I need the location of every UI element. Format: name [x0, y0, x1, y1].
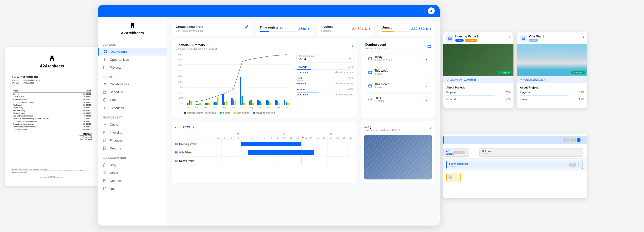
gantt-prev[interactable]: ‹ — [175, 125, 176, 130]
avatar-stack: +1 — [564, 138, 581, 142]
svg-point-12 — [105, 83, 106, 84]
sidebar-item-time[interactable]: Time — [98, 96, 167, 104]
svg-rect-22 — [368, 85, 372, 87]
version-bar[interactable]: ↻ Version 29/08/2023 — [517, 76, 587, 83]
gantt-next[interactable]: › — [179, 125, 180, 130]
svg-point-11 — [104, 83, 105, 84]
signed-badge: ✓ Signed — [572, 71, 585, 74]
logo-icon — [48, 55, 56, 62]
time-registered-card[interactable]: Time registered 25% › — [256, 21, 313, 36]
edit-icon[interactable] — [245, 25, 249, 29]
chevron-right-icon: › — [308, 26, 309, 31]
contact-icon — [103, 179, 107, 183]
logo-icon — [129, 22, 136, 29]
calendar-icon — [368, 84, 372, 88]
drag-handle-icon[interactable] — [464, 151, 467, 154]
clock-icon — [103, 98, 107, 102]
calendar-icon — [368, 70, 372, 74]
doc-icon — [103, 65, 107, 69]
svg-rect-6 — [132, 26, 133, 28]
invoice-table: PhaseFees € Study 130 000,00Sketch studi… — [12, 89, 92, 131]
note-icon — [103, 187, 107, 191]
chevron-right-icon[interactable]: › — [352, 43, 354, 48]
invoice-number: Invoice N° US-AB4991-2312 — [12, 76, 92, 78]
sidebar-item-schedule[interactable]: Schedule — [98, 88, 167, 96]
event-item[interactable]: This week6 tasks ⌄ — [365, 66, 431, 78]
chevron-right-icon: › — [369, 26, 370, 31]
sidebar-item-contacts[interactable]: Contacts — [98, 177, 167, 185]
brand-name: A2Architects — [12, 64, 92, 68]
sidebar-item-costs[interactable]: Costs — [98, 120, 167, 128]
svg-rect-9 — [104, 52, 105, 53]
create-note-card[interactable]: Create a new note Don't loose any though… — [172, 21, 252, 36]
calendar-icon[interactable] — [427, 44, 431, 48]
project-image: ✓ Signed — [517, 44, 587, 76]
blog-image — [364, 135, 432, 179]
chevron-down-icon: ⌄ — [425, 97, 428, 102]
blog-card[interactable]: Blog Last : Arche - Maxime · 22/09/23 › — [361, 121, 435, 183]
sidebar: A2Architects GENERALDashboardOpportuniti… — [98, 17, 167, 225]
chevron-down-icon: ▾ — [349, 57, 351, 61]
sidebar-item-blog[interactable]: Blog — [98, 161, 167, 169]
projects-panel: ▦ Housing Verde 8PublicResidential › ✓ S… — [443, 32, 587, 108]
event-item[interactable]: This month9 tasks ⌄ — [365, 80, 431, 91]
building-icon: ▦ — [175, 151, 178, 154]
chevron-down-icon[interactable]: ▾ — [192, 125, 194, 130]
report-icon — [103, 146, 107, 150]
building-icon: ▦ — [446, 35, 453, 42]
event-item[interactable]: Today3 tasks to come ⌄ — [365, 53, 431, 64]
svg-rect-19 — [428, 45, 431, 48]
sidebar-item-notes[interactable]: Notes — [98, 185, 167, 193]
bolt-icon — [103, 58, 107, 62]
svg-rect-13 — [103, 91, 106, 93]
event-item[interactable]: Later12 tasks ⌄ — [365, 93, 431, 105]
sidebar-item-tasks[interactable]: Tasks — [98, 169, 167, 177]
calendar-icon — [103, 90, 107, 94]
sidebar-item-reports[interactable]: Reports — [98, 144, 167, 152]
sidebar-item-dashboard[interactable]: Dashboard — [98, 48, 167, 56]
dashboard-icon — [104, 50, 108, 54]
user-avatar[interactable] — [428, 8, 435, 14]
signed-badge: ✓ Signed — [498, 71, 512, 74]
sidebar-item-finances[interactable]: Finances — [98, 136, 167, 144]
period-selector[interactable]: Period summary 2023▾ — [296, 53, 354, 63]
gantt-project-row[interactable]: ▦Resort Paris — [175, 157, 354, 165]
sidebar-item-collaborators[interactable]: Collaborators — [98, 80, 167, 88]
drag-handle-icon[interactable] — [577, 163, 580, 166]
main-content: Create a new note Don't loose any though… — [167, 17, 440, 225]
chevron-down-icon: ⌄ — [425, 83, 428, 88]
chevron-right-icon: › — [430, 125, 432, 130]
brand-name: A2Architects — [103, 31, 162, 35]
svg-rect-7 — [104, 50, 105, 51]
gantt-project-row[interactable]: ▦Villa Miami — [175, 148, 354, 157]
project-card[interactable]: ▦ Housing Verde 8PublicResidential › ✓ S… — [443, 32, 514, 108]
sidebar-item-projects[interactable]: Projects — [98, 64, 167, 71]
receipt-icon — [103, 130, 107, 134]
gantt-project-row[interactable]: ▦Housing Verde 8 — [175, 140, 354, 148]
list-icon — [103, 171, 107, 175]
coming-events-card: Coming event Your incoming events Today3… — [361, 39, 435, 118]
unpaid-card[interactable]: Unpaid 224 562 € › — [378, 21, 435, 36]
euro-icon — [103, 106, 107, 110]
chevron-right-icon: › — [583, 35, 584, 39]
svg-rect-8 — [106, 50, 107, 51]
invoice-total: 400 000,00 Total (VAT excl.) VAT 20% Tot… — [12, 133, 92, 140]
svg-rect-20 — [368, 57, 372, 60]
chat-icon — [103, 163, 107, 167]
invoices-card[interactable]: Invoices 5 projects -82 504 € › — [316, 21, 374, 36]
gantt-card: ‹ › 2023 ▾ 31323331123456789101112🚩13141… — [172, 121, 358, 183]
sidebar-item-opportunities[interactable]: Opportunities — [98, 56, 167, 64]
sidebar-item-invoicing[interactable]: Invoicing — [98, 128, 167, 136]
sidebar-item-expenses[interactable]: Expenses — [98, 104, 167, 112]
timeline-panel: +1 or Archit. Unknown8 JOURS Senior Arch… — [443, 134, 587, 198]
drag-handle-icon[interactable] — [581, 139, 584, 141]
topbar — [98, 5, 440, 17]
invoice-document: A2Architects Invoice N° US-AB4991-2312 P… — [5, 47, 99, 186]
version-bar[interactable]: ↻ Last version 01/09/2023 — [443, 76, 514, 83]
refresh-icon: ↻ — [520, 78, 522, 81]
calendar-icon — [368, 57, 372, 61]
bank-icon — [103, 138, 107, 142]
chevron-down-icon: ⌄ — [425, 70, 428, 74]
project-card[interactable]: ▦ Villa MiamiPrivate › ✓ Signed ↻ Versio… — [517, 32, 587, 108]
refresh-icon: ↻ — [446, 78, 448, 81]
